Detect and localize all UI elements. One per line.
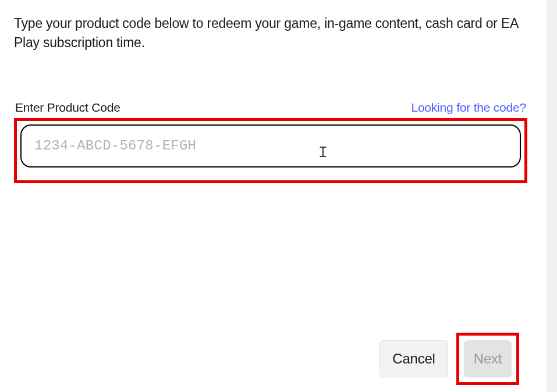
scrollbar-track[interactable]: [547, 0, 557, 392]
highlight-next-box: Next: [456, 333, 519, 385]
intro-text: Type your product code below to redeem y…: [14, 14, 526, 53]
cancel-button[interactable]: Cancel: [379, 340, 448, 377]
next-button[interactable]: Next: [464, 340, 512, 377]
product-code-input[interactable]: [20, 124, 521, 168]
product-code-label: Enter Product Code: [15, 101, 120, 115]
field-label-row: Enter Product Code Looking for the code?: [14, 101, 527, 118]
looking-for-code-link[interactable]: Looking for the code?: [411, 101, 526, 115]
highlight-input-box: [14, 118, 527, 183]
redeem-code-panel: Type your product code below to redeem y…: [0, 0, 541, 392]
dialog-button-row: Cancel Next: [379, 333, 519, 385]
